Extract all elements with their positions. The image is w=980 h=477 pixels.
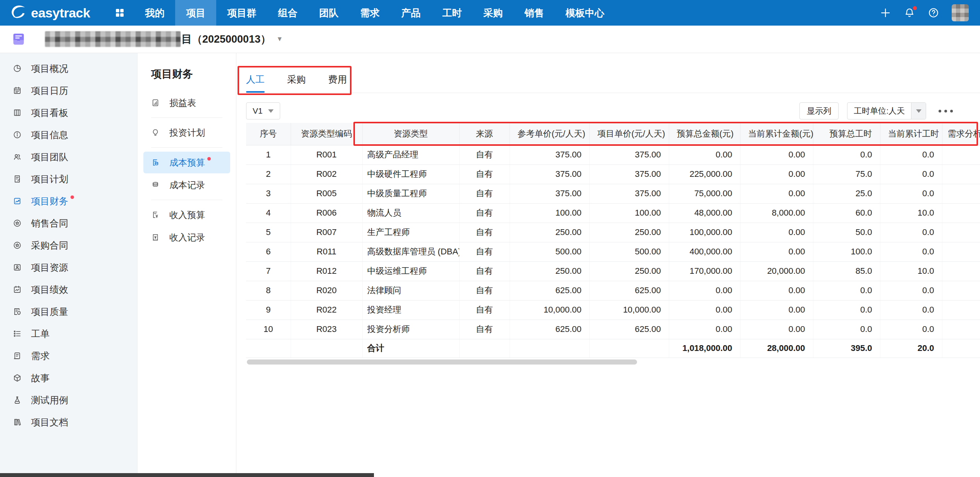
sidebar-item[interactable]: 项目财务 [0, 190, 137, 212]
table-cell: 0.0 [880, 320, 942, 339]
column-header[interactable]: 参考单价(元/人天) [510, 123, 589, 145]
column-header[interactable]: 当前累计金额(元) [740, 123, 813, 145]
sidebar-item-label: 项目文档 [31, 416, 68, 429]
column-header[interactable]: 资源类型 [362, 123, 459, 145]
show-columns-button[interactable]: 显示列 [799, 102, 839, 119]
logo[interactable]: easytrack [9, 0, 90, 26]
sidebar-item[interactable]: 项目概况 [0, 57, 137, 80]
time-unit-select[interactable]: 工时单位:人天 [847, 102, 926, 119]
column-header[interactable]: 资源类型编码 [291, 123, 362, 145]
submenu-item[interactable]: 收入记录 [143, 226, 230, 248]
sidebar-item[interactable]: 需求 [0, 345, 137, 367]
submenu-item[interactable]: 损益表 [143, 92, 230, 114]
tab-item[interactable]: 采购 [287, 66, 306, 93]
budget-table: 序号资源类型编码资源类型来源参考单价(元/人天)项目单价(元/人天)预算总金额(… [246, 123, 980, 358]
performance-icon [13, 285, 22, 294]
column-header[interactable]: 当前累计工时 [880, 123, 942, 145]
sidebar-item[interactable]: 销售合同 [0, 212, 137, 234]
main-area: 项目概况项目日历项目看板项目信息项目团队项目计划项目财务销售合同采购合同项目资源… [0, 53, 980, 477]
table-cell: 625.00 [589, 320, 669, 339]
version-select-value: V1 [253, 106, 263, 116]
create-plus-icon[interactable] [880, 7, 891, 19]
chevron-down-icon [916, 109, 921, 113]
table-cell: 2,000.00 [942, 339, 980, 358]
sidebar-item[interactable]: 采购合同 [0, 234, 137, 256]
bottom-edge-strip [0, 473, 374, 477]
column-header[interactable]: 预算总金额(元) [669, 123, 740, 145]
table-cell: 0.0 [813, 320, 880, 339]
project-icon [12, 32, 26, 46]
table-cell: 100,000.00 [669, 223, 740, 242]
table-cell: 225,000.00 [669, 164, 740, 184]
more-actions-button[interactable] [937, 107, 954, 115]
column-header[interactable]: 预算总工时 [813, 123, 880, 145]
table-cell: 250.00 [589, 223, 669, 242]
table-cell: 0.00 [740, 223, 813, 242]
horizontal-scrollbar[interactable] [247, 359, 637, 365]
table-cell: 0.0 [880, 300, 942, 320]
notification-bell-icon[interactable] [904, 7, 915, 19]
unread-badge [207, 157, 211, 161]
help-icon[interactable] [928, 7, 939, 19]
tab-active[interactable]: 人工 [246, 66, 265, 93]
divider [151, 118, 222, 118]
table-row: 9R022投资经理自有10,000.0010,000.000.000.000.0… [246, 300, 980, 320]
sidebar-item[interactable]: 项目文档 [0, 411, 137, 433]
nav-item[interactable]: 组合 [267, 0, 308, 26]
plan-icon [13, 175, 22, 183]
brand-name: easytrack [31, 5, 90, 21]
sidebar-item[interactable]: 项目绩效 [0, 278, 137, 301]
tab-item[interactable]: 费用 [328, 66, 347, 93]
sidebar-item[interactable]: 项目团队 [0, 146, 137, 168]
nav-item[interactable]: 项目 [175, 0, 216, 26]
nav-item[interactable]: 项目群 [216, 0, 267, 26]
sidebar-item-label: 项目看板 [31, 107, 68, 119]
notification-badge [913, 6, 917, 10]
sidebar-item[interactable]: 测试用例 [0, 389, 137, 411]
table-cell: 2 [246, 164, 291, 184]
table-cell: 3 [246, 184, 291, 203]
table-cell: 375.00 [589, 145, 669, 164]
sidebar-item[interactable]: 故事 [0, 367, 137, 389]
sidebar-item[interactable]: 工单 [0, 323, 137, 345]
submenu-item[interactable]: 成本记录 [143, 174, 230, 196]
submenu-item[interactable]: 收入预算 [143, 204, 230, 226]
table-cell: 1,000.00 [942, 203, 980, 223]
version-select[interactable]: V1 [246, 102, 280, 119]
table-cell: 生产工程师 [362, 223, 459, 242]
nav-item[interactable]: 采购 [472, 0, 513, 26]
nav-item[interactable]: 我的 [134, 0, 175, 26]
nav-item[interactable]: 模板中心 [555, 0, 615, 26]
sidebar-item[interactable]: 项目资源 [0, 256, 137, 278]
column-header[interactable]: 来源 [459, 123, 510, 145]
nav-item[interactable]: 销售 [513, 0, 555, 26]
apps-grid-icon[interactable] [114, 7, 126, 19]
table-total-row: 合计1,018,000.0028,000.00395.020.02,000.00 [246, 339, 980, 358]
table-cell: R012 [291, 261, 362, 281]
table-cell: 自有 [459, 242, 510, 261]
sidebar-item[interactable]: 项目信息 [0, 124, 137, 146]
project-switch-caret-icon[interactable]: ▼ [276, 35, 283, 43]
medal-star-icon [13, 241, 22, 250]
table-cell: 500.00 [589, 242, 669, 261]
sidebar-item[interactable]: 项目质量 [0, 301, 137, 323]
nav-item[interactable]: 产品 [390, 0, 431, 26]
time-unit-caret[interactable] [911, 103, 926, 119]
sidebar-item[interactable]: 项目看板 [0, 102, 137, 124]
sidebar-item[interactable]: 项目计划 [0, 168, 137, 190]
column-header[interactable]: 序号 [246, 123, 291, 145]
nav-item[interactable]: 团队 [308, 0, 349, 26]
table-cell [291, 339, 362, 358]
column-header[interactable]: 需求分析 [942, 123, 980, 145]
table-cell [459, 339, 510, 358]
nav-item[interactable]: 工时 [431, 0, 472, 26]
submenu-item[interactable]: 投资计划 [143, 122, 230, 143]
table-cell: 10,000.00 [510, 300, 589, 320]
sidebar-item-label: 销售合同 [31, 217, 68, 230]
sidebar-item-label: 采购合同 [31, 239, 68, 252]
nav-item[interactable]: 需求 [349, 0, 390, 26]
column-header[interactable]: 项目单价(元/人天) [589, 123, 669, 145]
avatar[interactable] [952, 4, 969, 21]
sidebar-item[interactable]: 项目日历 [0, 80, 137, 102]
submenu-item[interactable]: 成本预算 [143, 152, 230, 173]
